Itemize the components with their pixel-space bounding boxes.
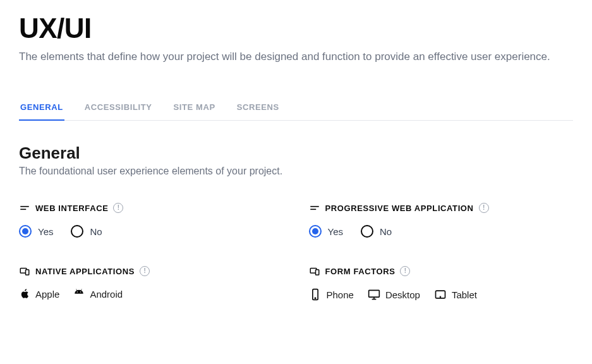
form-factors-list: Phone Desktop Tablet <box>309 288 574 301</box>
field-web-interface: WEB INTERFACE ! Yes No <box>19 202 284 238</box>
item-label: Android <box>90 289 123 300</box>
item-label: Apple <box>35 289 59 300</box>
apple-icon <box>19 288 30 300</box>
svg-rect-7 <box>315 270 318 275</box>
radio-label: Yes <box>38 226 53 237</box>
radio-label: No <box>90 226 102 237</box>
tablet-icon <box>434 288 447 301</box>
radio-no[interactable]: No <box>361 225 392 238</box>
radio-yes[interactable]: Yes <box>309 225 343 238</box>
field-label: FORM FACTORS <box>325 267 396 276</box>
radio-label: Yes <box>328 226 343 237</box>
field-form-factors: FORM FACTORS ! Phone Desktop Tablet <box>309 265 574 301</box>
tab-general[interactable]: GENERAL <box>19 95 64 121</box>
radio-circle-icon <box>309 225 322 238</box>
radio-group-pwa: Yes No <box>309 225 574 238</box>
tab-site-map[interactable]: SITE MAP <box>172 95 217 121</box>
radio-yes[interactable]: Yes <box>19 225 53 238</box>
radio-no[interactable]: No <box>71 225 102 238</box>
info-icon[interactable]: ! <box>113 203 123 213</box>
field-pwa: PROGRESSIVE WEB APPLICATION ! Yes No <box>309 202 574 238</box>
devices-icon <box>19 265 30 277</box>
page-subtitle: The elements that define how your projec… <box>19 51 573 63</box>
radio-label: No <box>380 226 392 237</box>
tabs: GENERAL ACCESSIBILITY SITE MAP SCREENS <box>19 95 573 121</box>
field-label: NATIVE APPLICATIONS <box>35 267 135 276</box>
info-icon[interactable]: ! <box>400 266 410 276</box>
item-desktop[interactable]: Desktop <box>368 288 420 301</box>
section-subtitle: The foundational user experience element… <box>19 166 573 177</box>
item-apple[interactable]: Apple <box>19 288 59 300</box>
field-header: PROGRESSIVE WEB APPLICATION ! <box>309 202 574 214</box>
info-icon[interactable]: ! <box>479 203 489 213</box>
page-title: UX/UI <box>19 13 573 44</box>
form-grid: WEB INTERFACE ! Yes No PROGRESSIVE WEB A… <box>19 202 573 301</box>
field-native-apps: NATIVE APPLICATIONS ! Apple Android <box>19 265 284 301</box>
radio-group-web-interface: Yes No <box>19 225 284 238</box>
radio-circle-icon <box>71 225 83 238</box>
radio-circle-icon <box>361 225 373 238</box>
lines-icon <box>19 202 30 214</box>
item-label: Tablet <box>452 289 477 300</box>
section-title: General <box>19 143 573 163</box>
field-header: NATIVE APPLICATIONS ! <box>19 265 284 277</box>
tab-accessibility[interactable]: ACCESSIBILITY <box>83 95 154 121</box>
svg-rect-5 <box>26 270 29 275</box>
item-android[interactable]: Android <box>73 288 123 300</box>
desktop-icon <box>368 288 380 301</box>
item-label: Desktop <box>385 289 420 300</box>
lines-icon <box>309 202 320 214</box>
field-header: WEB INTERFACE ! <box>19 202 284 214</box>
item-tablet[interactable]: Tablet <box>434 288 477 301</box>
tab-screens[interactable]: SCREENS <box>236 95 281 121</box>
item-phone[interactable]: Phone <box>309 288 354 301</box>
svg-point-14 <box>440 296 440 297</box>
svg-rect-10 <box>369 290 380 297</box>
native-apps-list: Apple Android <box>19 288 284 300</box>
field-label: WEB INTERFACE <box>35 203 108 213</box>
item-label: Phone <box>327 289 354 300</box>
devices-icon <box>309 265 320 277</box>
phone-icon <box>309 288 322 301</box>
field-header: FORM FACTORS ! <box>309 265 574 277</box>
svg-point-9 <box>315 298 315 298</box>
field-label: PROGRESSIVE WEB APPLICATION <box>325 203 474 213</box>
android-icon <box>73 288 85 300</box>
info-icon[interactable]: ! <box>140 266 150 276</box>
radio-circle-icon <box>19 225 32 238</box>
